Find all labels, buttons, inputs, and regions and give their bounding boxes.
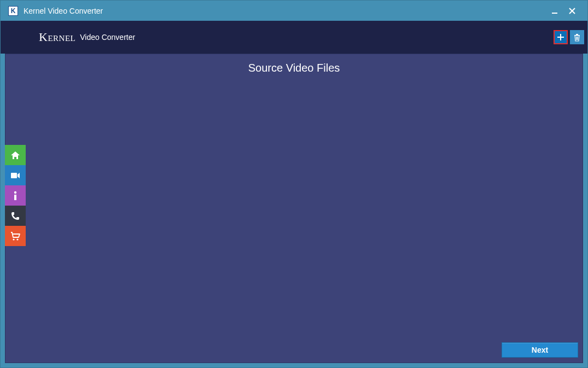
close-button[interactable] — [566, 4, 579, 17]
sidebar-buy-button[interactable] — [5, 226, 26, 246]
sidebar-video-button[interactable] — [5, 165, 26, 185]
trash-icon — [573, 33, 581, 42]
phone-icon — [11, 212, 20, 220]
sidebar-info-button[interactable] — [5, 185, 26, 206]
video-icon — [10, 172, 20, 179]
titlebar: K Kernel Video Converter — [1, 1, 587, 21]
sidebar-contact-button[interactable] — [5, 206, 26, 226]
svg-point-5 — [16, 238, 18, 240]
delete-file-button[interactable] — [570, 30, 584, 44]
file-drop-area[interactable] — [5, 80, 583, 337]
close-icon — [569, 8, 575, 14]
sidebar-home-button[interactable] — [5, 145, 26, 165]
add-file-button[interactable] — [554, 30, 568, 44]
app-window: K Kernel Video Converter Kernel Video Co… — [0, 0, 588, 368]
home-icon — [10, 151, 20, 160]
app-header: Kernel Video Converter — [1, 21, 587, 54]
window-title: Kernel Video Converter — [24, 7, 548, 15]
brand-subtitle: Video Converter — [80, 33, 135, 42]
app-icon: K — [8, 6, 18, 16]
header-actions — [554, 30, 584, 44]
info-icon — [13, 191, 18, 201]
content-area: Source Video Files Next — [5, 54, 583, 363]
minimize-button[interactable] — [548, 4, 561, 17]
bottom-bar: Next — [5, 337, 583, 363]
next-button[interactable]: Next — [502, 342, 578, 358]
window-controls — [548, 4, 583, 17]
minimize-icon — [551, 8, 558, 14]
brand-logo-text: Kernel — [39, 30, 75, 44]
svg-rect-1 — [11, 173, 17, 178]
svg-rect-0 — [552, 13, 557, 14]
svg-point-4 — [13, 238, 14, 240]
sidebar — [5, 145, 26, 246]
content-title: Source Video Files — [5, 54, 583, 80]
cart-icon — [10, 232, 20, 241]
svg-rect-3 — [14, 195, 16, 200]
svg-point-2 — [14, 191, 16, 193]
plus-icon — [557, 33, 564, 41]
